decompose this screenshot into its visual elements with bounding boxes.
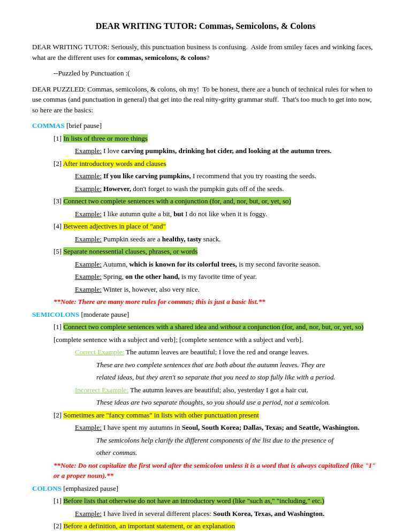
comma-5-example3: Example: Winter is, however, also very n…: [75, 284, 379, 295]
semicolons-header: SEMICOLONS [moderate pause]: [32, 309, 379, 320]
semicolons-section: SEMICOLONS [moderate pause] [1] Connect …: [32, 309, 379, 481]
semicolons-note: **Note: Do not capitalize the first word…: [54, 460, 379, 481]
semi-item-2: [2] Sometimes are "fancy commas" in list…: [54, 410, 379, 421]
semi-2-example: Example: I have spent my autumns in Seou…: [75, 422, 379, 433]
comma-3-rule: Connect two complete sentences with a co…: [63, 197, 291, 205]
colons-pause: [emphasized pause]: [63, 484, 118, 492]
colon-2-rule: Before a definition, an important statem…: [63, 522, 235, 530]
comma-2-example1: Example: If you like carving pumpkins, I…: [75, 171, 379, 181]
comma-2-num: [2]: [54, 159, 63, 168]
semi-1-correct-detail1: These are two complete sentences that ar…: [96, 360, 379, 370]
semi-1-correct-detail2: related ideas, but they aren't so separa…: [96, 372, 379, 383]
intro-section: DEAR WRITING TUTOR: Seriously, this punc…: [32, 42, 379, 115]
comma-2-example2: Example: However, don't forget to wash t…: [75, 184, 379, 194]
colons-header: COLONS [emphasized pause]: [32, 483, 379, 494]
comma-1-example: Example: I love carving pumpkins, drinki…: [75, 146, 379, 156]
commas-label: COMMAS: [32, 121, 65, 130]
semi-1-incorrect-detail: These ideas are two separate thoughts, s…: [96, 397, 379, 408]
semicolons-label: SEMICOLONS: [32, 310, 79, 318]
colon-item-2: [2] Before a definition, an important st…: [54, 521, 379, 531]
semi-1-correct: Correct Example: The autumn leaves are b…: [75, 347, 379, 358]
comma-4-example: Example: Pumpkin seeds are a healthy, ta…: [75, 234, 379, 245]
comma-1-rule: In lists of three or more things: [63, 134, 147, 142]
commas-header: COMMAS [brief pause]: [32, 120, 379, 131]
colon-item-1: [1] Before lists that otherwise do not h…: [54, 496, 379, 506]
comma-1-ex-label: Example:: [75, 147, 102, 155]
intro-para1: DEAR WRITING TUTOR: Seriously, this punc…: [32, 42, 379, 63]
comma-item-4: [4] Between adjectives in place of "and": [54, 221, 379, 232]
commas-note: **Note: There are many more rules for co…: [54, 297, 379, 307]
comma-item-2: [2] After introductory words and clauses: [54, 158, 379, 169]
intro-puzzled: --Puzzled by Punctuation :(: [54, 68, 379, 79]
intro-para3: DEAR PUZZLED: Commas, semicolons, & colo…: [32, 84, 379, 116]
colons-label: COLONS: [32, 484, 62, 492]
semi-1-structure: [complete sentence with a subject and ve…: [54, 335, 379, 345]
comma-3-example: Example: I like autumn quite a bit, but …: [75, 209, 379, 219]
comma-4-rule: Between adjectives in place of "and": [63, 222, 165, 230]
colons-section: COLONS [emphasized pause] [1] Before lis…: [32, 483, 379, 533]
comma-5-example1: Example: Autumn, which is known for its …: [75, 259, 379, 270]
comma-1-num: [1]: [54, 134, 63, 142]
comma-5-rule: Separate nonessential clauses, phrases, …: [63, 247, 197, 255]
semi-2-detail1: The semicolons help clarify the differen…: [96, 435, 379, 446]
semi-1-rule: Connect two complete sentences with a sh…: [63, 323, 363, 331]
page-title: DEAR WRITING TUTOR: Commas, Semicolons, …: [32, 21, 379, 31]
comma-2-rule: After introductory words and clauses: [63, 159, 166, 168]
comma-5-example2: Example: Spring, on the other hand, is m…: [75, 271, 379, 282]
semi-2-detail2: other commas.: [96, 447, 379, 458]
commas-section: COMMAS [brief pause] [1] In lists of thr…: [32, 120, 379, 307]
comma-item-3: [3] Connect two complete sentences with …: [54, 196, 379, 207]
commas-pause: [brief pause]: [66, 121, 102, 130]
semicolons-pause: [moderate pause]: [81, 310, 129, 318]
colon-1-rule: Before lists that otherwise do not have …: [63, 497, 324, 505]
comma-item-5: [5] Separate nonessential clauses, phras…: [54, 246, 379, 257]
semi-item-1: [1] Connect two complete sentences with …: [54, 322, 379, 332]
semi-2-rule: Sometimes are "fancy commas" in lists wi…: [63, 411, 259, 419]
colon-1-example: Example: I have lived in several differe…: [75, 508, 379, 519]
comma-item-1: [1] In lists of three or more things: [54, 133, 379, 144]
semi-1-incorrect: Incorrect Example: The autumn leaves are…: [75, 385, 379, 396]
